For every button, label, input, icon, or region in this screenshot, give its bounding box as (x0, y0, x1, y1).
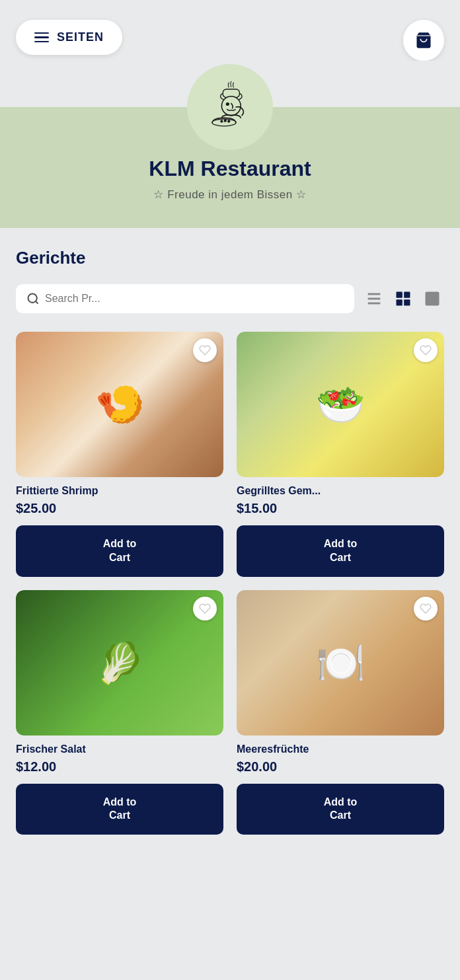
product-image-salad (16, 590, 223, 735)
product-price-4: $20.00 (237, 759, 444, 774)
svg-rect-15 (404, 292, 410, 298)
product-name-1: Frittierte Shrimp (16, 485, 223, 497)
product-price-2: $15.00 (237, 501, 444, 516)
product-image-veggie (237, 332, 444, 477)
cart-button[interactable] (403, 20, 444, 61)
svg-point-3 (221, 96, 241, 116)
heart-icon (199, 603, 211, 615)
product-name-3: Frischer Salat (16, 743, 223, 755)
grid-view-icon (394, 289, 412, 308)
search-input[interactable] (45, 293, 344, 305)
top-bar: SEITEN (0, 0, 460, 61)
add-to-cart-button-4[interactable]: Add toCart (237, 784, 444, 835)
section-title: Gerichte (16, 248, 444, 268)
grid-view-button[interactable] (391, 287, 415, 311)
product-image-wrapper (16, 332, 223, 477)
svg-point-8 (228, 120, 230, 122)
product-image-shrimp (16, 332, 223, 477)
svg-rect-14 (397, 292, 402, 298)
svg-point-9 (28, 294, 37, 303)
favorite-button-1[interactable] (193, 338, 217, 362)
restaurant-name: KLM Restaurant (0, 157, 460, 181)
product-image-wrapper (237, 590, 444, 735)
favorite-button-4[interactable] (414, 597, 438, 621)
svg-rect-18 (426, 292, 440, 306)
heart-icon (420, 603, 432, 615)
product-price-3: $12.00 (16, 759, 223, 774)
main-content: Gerichte (0, 228, 460, 850)
svg-point-7 (224, 120, 226, 122)
list-view-button[interactable] (362, 287, 386, 311)
svg-line-10 (36, 301, 38, 304)
products-grid: Frittierte Shrimp $25.00 Add toCart Gegr… (16, 332, 444, 835)
add-to-cart-button-2[interactable]: Add toCart (237, 525, 444, 577)
heart-icon (420, 344, 432, 356)
add-to-cart-button-3[interactable]: Add toCart (16, 784, 223, 835)
product-image-fish (237, 590, 444, 735)
svg-rect-17 (404, 299, 410, 305)
search-bar-row (16, 284, 444, 313)
large-view-button[interactable] (420, 287, 444, 311)
menu-button[interactable]: SEITEN (16, 20, 122, 55)
list-view-icon (365, 289, 383, 308)
add-to-cart-button-1[interactable]: Add toCart (16, 525, 223, 577)
product-name-4: Meeresfrüchte (237, 743, 444, 755)
chef-illustration (200, 77, 260, 137)
product-image-wrapper (237, 332, 444, 477)
search-icon (26, 292, 40, 305)
menu-label: SEITEN (57, 30, 104, 44)
product-card: Frittierte Shrimp $25.00 Add toCart (16, 332, 223, 577)
product-price-1: $25.00 (16, 501, 223, 516)
product-card: Frischer Salat $12.00 Add toCart (16, 590, 223, 835)
hamburger-icon (34, 32, 49, 43)
view-controls (362, 287, 444, 311)
svg-rect-16 (397, 299, 402, 305)
restaurant-logo (187, 64, 273, 150)
large-view-icon (423, 289, 441, 308)
product-image-wrapper (16, 590, 223, 735)
hero-wrapper: KLM Restaurant ☆ Freude in jedem Bissen … (0, 61, 460, 228)
svg-point-4 (227, 103, 229, 106)
heart-icon (199, 344, 211, 356)
svg-point-6 (221, 120, 223, 122)
product-name-2: Gegrilltes Gem... (237, 485, 444, 497)
cart-icon (414, 31, 433, 50)
favorite-button-3[interactable] (193, 597, 217, 621)
restaurant-tagline: ☆ Freude in jedem Bissen ☆ (0, 188, 460, 202)
product-card: Gegrilltes Gem... $15.00 Add toCart (237, 332, 444, 577)
search-wrapper (16, 284, 354, 313)
product-card: Meeresfrüchte $20.00 Add toCart (237, 590, 444, 835)
favorite-button-2[interactable] (414, 338, 438, 362)
